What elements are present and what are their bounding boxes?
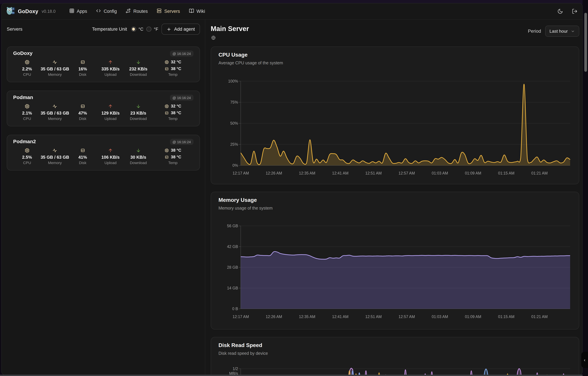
updated-at-badge: @ 16:16:24 xyxy=(170,95,193,101)
activity-icon xyxy=(53,59,57,65)
stat-memory: 35 GB / 63 GB Memory xyxy=(41,147,69,165)
server-icon xyxy=(157,8,162,14)
svg-text:01:15 AM: 01:15 AM xyxy=(498,171,514,175)
svg-text:25%: 25% xyxy=(230,142,238,146)
nav-label: Apps xyxy=(77,9,87,14)
nav-item-config[interactable]: Config xyxy=(96,8,117,14)
radio-celsius-circle[interactable] xyxy=(131,27,136,32)
stat-memory: 35 GB / 63 GB Memory xyxy=(41,59,69,76)
svg-text:12:57 AM: 12:57 AM xyxy=(398,171,415,175)
logout-button[interactable] xyxy=(572,8,577,14)
cpu-usage-chart[interactable]: 100%75%50%25%0%12:17 AM12:26 AM12:35 AM1… xyxy=(211,47,579,185)
period-value: Last hour xyxy=(550,29,568,34)
nav-actions xyxy=(557,8,577,14)
hard-drive-icon xyxy=(80,59,85,65)
upload-value: 106 KB/s xyxy=(101,154,119,160)
cpu-chip-icon xyxy=(25,103,30,109)
server-name: GoDoxy xyxy=(13,50,32,56)
hard-drive-icon xyxy=(80,147,85,154)
book-icon xyxy=(189,8,194,14)
moon-icon xyxy=(557,8,563,14)
server-name: Podman2 xyxy=(13,138,36,144)
download-value: 30 KB/s xyxy=(130,154,146,160)
temp-cpu-value: 32 °C xyxy=(171,104,182,108)
svg-text:MB/s: MB/s xyxy=(229,371,238,375)
cpu-chip-icon xyxy=(165,148,169,152)
add-agent-label: Add agent xyxy=(174,27,195,32)
svg-text:01:03 AM: 01:03 AM xyxy=(432,171,448,175)
radio-fahrenheit[interactable]: °F xyxy=(147,27,158,32)
stat-upload: 335 KB/s Upload xyxy=(96,59,124,76)
arrow-up-icon xyxy=(108,103,113,109)
nav-item-wiki[interactable]: Wiki xyxy=(189,8,205,14)
disk-value: 41% xyxy=(78,154,87,160)
memory-value: 35 GB / 63 GB xyxy=(41,109,69,116)
memory-value: 35 GB / 63 GB xyxy=(41,65,69,72)
memory-value: 35 GB / 63 GB xyxy=(41,154,69,160)
server-card-godoxy[interactable]: GoDoxy @ 16:16:24 2.2% CPU 35 GB xyxy=(7,46,200,82)
theme-toggle-button[interactable] xyxy=(557,8,563,14)
nav-item-apps[interactable]: Apps xyxy=(69,8,87,14)
period-select[interactable]: Last hour xyxy=(545,26,579,37)
cpu-label: CPU xyxy=(23,161,31,165)
cpu-chip-icon xyxy=(165,60,169,64)
hard-drive-icon xyxy=(165,67,169,71)
svg-text:14 GB: 14 GB xyxy=(227,286,238,290)
disk-label: Disk xyxy=(79,116,86,121)
disk-value: 47% xyxy=(78,109,87,116)
activity-icon xyxy=(53,103,57,109)
temp-disk-value: 38 °C xyxy=(171,66,182,71)
svg-text:56 GB: 56 GB xyxy=(227,224,238,228)
nav-label: Routes xyxy=(133,9,148,14)
chevron-down-icon xyxy=(571,29,575,33)
temp-label: Temp xyxy=(168,161,178,165)
add-agent-button[interactable]: Add agent xyxy=(162,24,200,35)
cpu-chip-icon xyxy=(25,147,30,154)
radio-fahrenheit-circle[interactable] xyxy=(147,27,151,32)
cpu-chip-icon xyxy=(25,59,30,65)
arrow-up-icon xyxy=(108,59,113,65)
server-name: Podman xyxy=(13,94,33,100)
stat-download: 30 KB/s Download xyxy=(124,147,152,165)
arrow-up-icon xyxy=(108,147,113,154)
stat-disk: 41% Disk xyxy=(69,147,96,165)
brand[interactable]: GoDoxy v0.18.0 xyxy=(6,6,55,16)
nav-item-servers[interactable]: Servers xyxy=(157,8,180,14)
download-label: Download xyxy=(130,161,147,165)
svg-text:12:51 AM: 12:51 AM xyxy=(365,171,382,175)
route-icon xyxy=(126,8,131,14)
svg-text:12:26 AM: 12:26 AM xyxy=(266,314,282,319)
download-value: 232 KB/s xyxy=(129,65,147,72)
stat-disk: 16% Disk xyxy=(69,59,96,76)
disk-read-speed-chart[interactable]: 1/2MB/s xyxy=(211,337,579,375)
nav-item-routes[interactable]: Routes xyxy=(126,8,148,14)
stat-memory: 35 GB / 63 GB Memory xyxy=(41,103,69,121)
svg-text:42 GB: 42 GB xyxy=(227,244,238,249)
servers-sidebar: Servers Temperature Unit °C °F xyxy=(2,20,205,375)
hard-drive-icon xyxy=(165,155,169,159)
radio-celsius[interactable]: °C xyxy=(131,27,143,32)
version-label: v0.18.0 xyxy=(42,9,55,14)
svg-text:01:21 AM: 01:21 AM xyxy=(531,314,548,319)
server-card-podman[interactable]: Podman @ 16:16:24 2.1% CPU 35 GB xyxy=(7,91,200,126)
memory-usage-chart[interactable]: 56 GB42 GB28 GB14 GB0 B12:17 AM12:26 AM1… xyxy=(211,192,579,330)
temperature-unit-label: Temperature Unit xyxy=(92,27,127,32)
stat-cpu: 2.5% CPU xyxy=(13,147,41,165)
stat-temp: 32 °C 38 °C Temp xyxy=(152,103,193,121)
memory-label: Memory xyxy=(48,116,62,121)
scrollbar-thumb[interactable] xyxy=(584,13,587,72)
temp-label: Temp xyxy=(168,116,178,121)
svg-text:12:35 AM: 12:35 AM xyxy=(299,314,315,319)
upload-label: Upload xyxy=(105,73,117,76)
cpu-label: CPU xyxy=(23,73,31,76)
drawer-collapse-button[interactable]: ‹ xyxy=(581,352,588,368)
upload-value: 129 KB/s xyxy=(101,109,119,116)
svg-text:100%: 100% xyxy=(228,79,238,84)
horizontal-scrollbar[interactable] xyxy=(0,375,583,376)
globe-icon[interactable] xyxy=(211,35,216,40)
svg-text:01:03 AM: 01:03 AM xyxy=(432,314,448,319)
activity-icon xyxy=(53,147,57,154)
arrow-down-icon xyxy=(136,103,141,109)
svg-text:12:17 AM: 12:17 AM xyxy=(233,314,249,319)
server-card-podman2[interactable]: Podman2 @ 16:16:24 2.5% CPU 35 GB xyxy=(7,135,200,170)
